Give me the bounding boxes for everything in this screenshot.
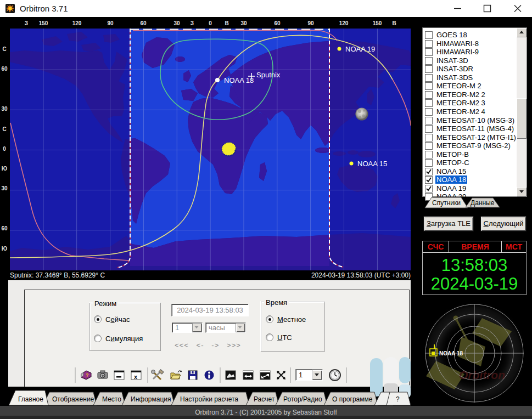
svg-text:О программе: О программе — [332, 395, 373, 403]
svg-text:Ротор/Радио: Ротор/Радио — [283, 395, 322, 403]
svg-text:Информация: Информация — [131, 395, 171, 403]
svg-text:Настройки расчета: Настройки расчета — [180, 395, 238, 403]
svg-text:NOAA 18: NOAA 18 — [439, 350, 463, 356]
svg-text:Расчет: Расчет — [254, 395, 275, 403]
svg-text:?: ? — [396, 395, 400, 403]
svg-text:Sputnix: Sputnix — [256, 71, 281, 79]
svg-text:?: ? — [86, 372, 89, 378]
svg-text:Данные: Данные — [471, 199, 495, 207]
svg-text:x: x — [134, 373, 138, 380]
svg-text:Orbitron: Orbitron — [459, 369, 505, 381]
svg-text:NOAA 18: NOAA 18 — [224, 76, 254, 84]
svg-text:NOAA 15: NOAA 15 — [357, 160, 387, 168]
svg-text:NOAA 19: NOAA 19 — [345, 45, 375, 53]
svg-text:Главное: Главное — [18, 395, 43, 403]
svg-text:Спутники: Спутники — [432, 199, 461, 207]
svg-text:Отображение: Отображение — [52, 395, 94, 403]
svg-text:Место: Место — [102, 395, 121, 403]
